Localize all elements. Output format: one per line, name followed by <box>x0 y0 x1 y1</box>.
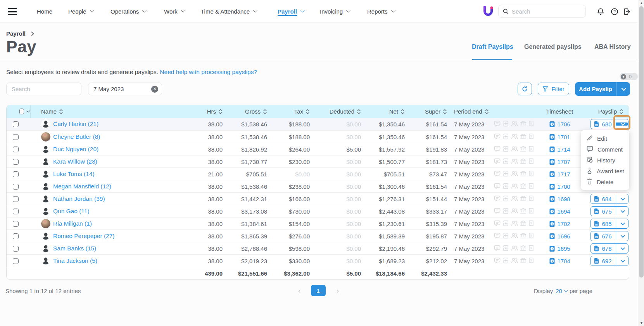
menu-item-delete[interactable]: Delete <box>581 176 629 187</box>
row-checkbox[interactable] <box>13 184 19 190</box>
clear-date-icon[interactable]: ✕ <box>151 86 158 93</box>
employee-name-link[interactable]: Kara Willow (23) <box>53 158 97 165</box>
page-scrollbar[interactable]: ▲ ▼ <box>638 0 644 326</box>
row-checkbox[interactable] <box>13 246 19 252</box>
export-icon[interactable] <box>502 257 509 265</box>
employee-name-link[interactable]: Carly Harkin (21) <box>53 121 98 128</box>
per-page-dropdown[interactable]: 20 <box>556 288 567 294</box>
comment-icon[interactable] <box>494 195 501 203</box>
menu-item-award-test[interactable]: Award test <box>581 166 629 176</box>
receipt-icon[interactable]: $ <box>528 257 534 265</box>
add-payslip-label[interactable]: Add Payslip <box>575 82 616 96</box>
timesheet-link[interactable]: 1695 <box>549 245 570 252</box>
table-search-input[interactable]: Search <box>6 83 81 95</box>
column-header-super[interactable]: Super <box>406 105 449 118</box>
people-icon[interactable] <box>511 121 518 128</box>
people-icon[interactable] <box>511 183 518 190</box>
global-search-input[interactable] <box>512 8 578 15</box>
bank-icon[interactable] <box>520 233 527 240</box>
timesheet-link[interactable]: 1702 <box>549 221 570 227</box>
timesheet-link[interactable]: 1701 <box>549 134 570 140</box>
bank-icon[interactable] <box>520 183 527 190</box>
timesheet-link[interactable]: 1704 <box>549 258 570 264</box>
bank-icon[interactable] <box>520 257 527 265</box>
column-header-gross[interactable]: Gross <box>224 105 269 118</box>
row-checkbox[interactable] <box>13 233 19 239</box>
column-header-tax[interactable]: Tax <box>269 105 311 118</box>
bank-icon[interactable] <box>520 220 527 228</box>
receipt-icon[interactable]: $ <box>528 208 534 215</box>
comment-icon[interactable] <box>494 146 501 153</box>
comment-icon[interactable] <box>494 220 501 228</box>
employee-name-link[interactable]: Tina Jackson (5) <box>53 257 97 264</box>
row-checkbox[interactable] <box>13 134 19 140</box>
receipt-icon[interactable]: $ <box>528 183 534 190</box>
refresh-button[interactable] <box>518 83 532 95</box>
filter-button[interactable]: Filter <box>538 83 569 95</box>
comment-icon[interactable] <box>494 133 501 141</box>
bank-icon[interactable] <box>520 121 527 128</box>
nav-item-home[interactable]: Home <box>37 0 52 23</box>
date-filter-input[interactable]: 7 May 2023 ✕ <box>88 83 162 95</box>
bank-icon[interactable] <box>520 245 527 252</box>
bank-icon[interactable] <box>520 158 527 166</box>
employee-name-link[interactable]: Luke Toms (14) <box>53 171 95 178</box>
comment-icon[interactable] <box>494 245 501 252</box>
people-icon[interactable] <box>511 233 518 240</box>
row-checkbox[interactable] <box>13 159 19 165</box>
bank-icon[interactable] <box>520 133 527 141</box>
timesheet-link[interactable]: 1698 <box>549 196 570 202</box>
row-checkbox[interactable] <box>13 209 19 214</box>
timesheet-link[interactable]: 1707 <box>549 159 570 165</box>
receipt-icon[interactable]: $ <box>528 146 534 153</box>
pagination-page-1[interactable]: 1 <box>311 285 326 296</box>
comment-icon[interactable] <box>494 257 501 265</box>
people-icon[interactable] <box>511 146 518 153</box>
employee-name-link[interactable]: Ria Miligan (1) <box>53 220 92 227</box>
chat-widget-badge[interactable]: ● 0 <box>620 73 638 80</box>
nav-item-operations[interactable]: Operations <box>110 0 145 23</box>
menu-item-comment[interactable]: Comment <box>581 144 629 155</box>
receipt-icon[interactable]: $ <box>528 245 534 252</box>
comment-icon[interactable] <box>494 208 501 215</box>
nav-item-time-attendance[interactable]: Time & Attendance <box>201 0 256 23</box>
timesheet-link[interactable]: 1717 <box>549 171 570 178</box>
comment-icon[interactable] <box>494 183 501 190</box>
people-icon[interactable] <box>511 158 518 165</box>
column-header-name[interactable]: Name <box>31 105 167 118</box>
export-icon[interactable] <box>502 146 509 153</box>
payslip-dropdown-toggle[interactable] <box>616 235 628 238</box>
receipt-icon[interactable]: $ <box>528 171 534 178</box>
export-icon[interactable] <box>502 171 509 178</box>
timesheet-link[interactable]: 1700 <box>549 183 570 190</box>
export-icon[interactable] <box>502 233 509 240</box>
export-icon[interactable] <box>502 195 509 203</box>
people-icon[interactable] <box>511 171 518 178</box>
logout-icon[interactable] <box>623 8 631 16</box>
export-icon[interactable] <box>502 121 509 128</box>
menu-item-history[interactable]: History <box>581 155 629 166</box>
column-header-deducted[interactable]: Deducted <box>311 105 363 118</box>
pagination-prev-icon[interactable]: ‹ <box>296 287 303 294</box>
export-icon[interactable] <box>502 183 509 190</box>
column-header-net[interactable]: Net <box>363 105 406 118</box>
receipt-icon[interactable]: $ <box>528 133 534 141</box>
tab-generated-payslips[interactable]: Generated payslips <box>524 43 582 60</box>
employee-name-link[interactable]: Nathan Jordan (39) <box>53 195 105 202</box>
employee-name-link[interactable]: Qun Gao (11) <box>53 208 90 215</box>
timesheet-link[interactable]: 1696 <box>549 233 570 240</box>
payslip-dropdown-toggle[interactable] <box>616 247 628 250</box>
nav-item-people[interactable]: People <box>68 0 93 23</box>
payslip-dropdown-toggle[interactable] <box>616 259 628 262</box>
people-icon[interactable] <box>511 245 518 252</box>
people-icon[interactable] <box>511 220 518 227</box>
comment-icon[interactable] <box>494 171 501 178</box>
row-checkbox[interactable] <box>13 171 19 177</box>
comment-icon[interactable] <box>494 158 501 166</box>
tab-draft-payslips[interactable]: Draft Payslips <box>472 43 513 60</box>
export-icon[interactable] <box>502 158 509 166</box>
nav-item-invoicing[interactable]: Invoicing <box>320 0 349 23</box>
scrollbar-thumb[interactable] <box>639 6 644 278</box>
people-icon[interactable] <box>511 257 518 264</box>
employee-name-link[interactable]: Cheyne Butler (8) <box>53 133 100 140</box>
